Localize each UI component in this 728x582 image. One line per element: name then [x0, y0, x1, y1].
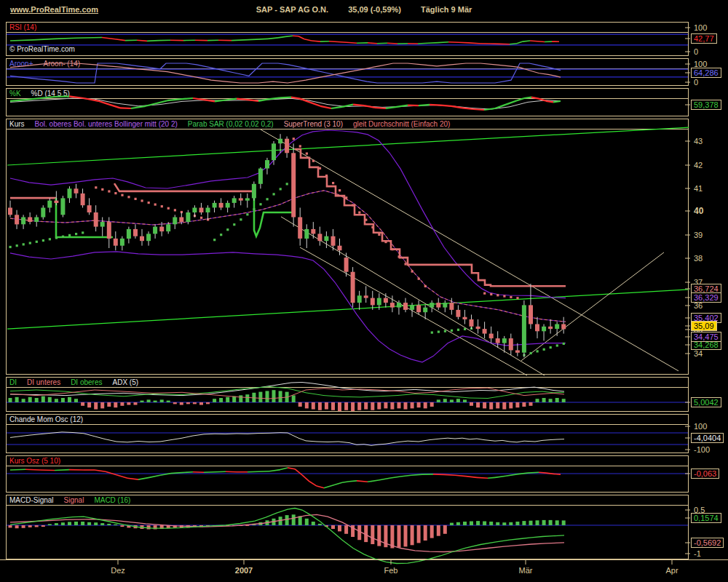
axis-tick-label: -100: [694, 445, 710, 454]
label-separator: [7, 32, 688, 33]
indicator-value-box: 42,77: [691, 33, 717, 44]
panel-kurs-osz[interactable]: Kurs Osz (5 10): [6, 455, 689, 493]
indicator-label: DI unteres: [27, 378, 60, 386]
panel-di-indicator-labels: DIDI unteresDI oberesADX (5): [9, 378, 149, 386]
label-separator: [7, 466, 688, 466]
month-label-Mär: Mär: [519, 566, 533, 575]
panel-rsi[interactable]: RSI (14): [6, 22, 689, 56]
axis-tick-label: 34: [694, 349, 703, 358]
panel-chande-mom-osc[interactable]: Chande Mom Osc (12): [6, 414, 689, 453]
chart-title: SAP - SAP AG O.N. 35,09 (-0,59%) Täglich…: [0, 5, 728, 14]
indicator-label: gleit Durchschnitt (Einfach 20): [353, 120, 450, 128]
indicator-value-box: 0,1574: [691, 513, 721, 523]
indicator-label: Parab SAR (0,02 0,02 0,2): [188, 120, 274, 128]
panel-macd-indicator-labels: MACD-SignalSignalMACD (16): [9, 496, 141, 504]
indicator-label: %K: [9, 89, 21, 97]
indicator-label: RSI (14): [9, 23, 36, 31]
timeframe-date: Täglich 9 Mär: [421, 5, 472, 14]
axis-tick-label: 40: [694, 206, 703, 216]
copyright-watermark: © ProRealTime.com: [9, 45, 75, 53]
panel-stochastic[interactable]: %K%D (14 5 5): [6, 88, 689, 116]
panel-osz-indicator-labels: Kurs Osz (5 10): [9, 457, 71, 465]
indicator-label: Signal: [64, 496, 84, 504]
panel-price-chart[interactable]: KursBol. oberes Bol. unteres Bollinger m…: [6, 119, 689, 375]
indicator-label: DI oberes: [71, 378, 102, 386]
prorealtime-window: www.ProRealTime.com SAP - SAP AG O.N. 35…: [0, 0, 728, 582]
panel-adx-di[interactable]: DIDI unteresDI oberesADX (5): [6, 377, 689, 412]
axis-tick-label: 0: [694, 78, 698, 87]
right-axis-gutter: 10042,77010064,286059,378434241403938373…: [689, 0, 728, 582]
indicator-label: ADX (5): [113, 378, 139, 386]
label-separator: [7, 505, 688, 506]
indicator-value-box: 59,378: [691, 100, 721, 110]
indicator-label: Kurs: [9, 120, 25, 128]
panel-stoch-indicator-labels: %K%D (14 5 5): [9, 89, 80, 97]
month-label-2007: 2007: [235, 566, 253, 575]
indicator-label: Bol. oberes Bol. unteres Bollinger mitt …: [35, 120, 178, 128]
indicator-label: MACD (16): [94, 496, 130, 504]
quote-value: 35,09 (-0,59%): [348, 5, 401, 14]
symbol-name: SAP - SAP AG O.N.: [256, 5, 328, 14]
panel-aroon[interactable]: Aroon+Aroon- (14): [6, 58, 689, 86]
panel-macd[interactable]: MACD-SignalSignalMACD (16): [6, 495, 689, 559]
indicator-value-box: 64,286: [691, 68, 721, 78]
indicator-value-box: 5,0042: [691, 397, 721, 407]
axis-tick-label: 42: [694, 161, 703, 170]
axis-tick-label: 0: [694, 47, 698, 56]
last-price-box: 35,09: [691, 321, 717, 331]
indicator-label: Kurs Osz (5 10): [9, 457, 60, 465]
panel-kurs-indicator-labels: KursBol. oberes Bol. unteres Bollinger m…: [9, 120, 460, 128]
indicator-value-box: -0,5692: [691, 538, 724, 548]
indicator-value-box: -0,063: [691, 469, 719, 479]
indicator-label: Aroon+: [9, 60, 33, 68]
axis-tick-label: 41: [694, 184, 703, 193]
indicator-label: DI: [9, 378, 17, 386]
label-separator: [7, 129, 688, 129]
label-separator: [7, 98, 688, 99]
axis-tick-label: -1: [694, 549, 701, 558]
indicator-label: Aroon- (14): [44, 60, 81, 68]
panel-chande-indicator-labels: Chande Mom Osc (12): [9, 415, 93, 423]
indicator-label: MACD-Signal: [9, 496, 54, 504]
indicator-label: Chande Mom Osc (12): [9, 415, 83, 423]
indicator-value-box: 36,329: [691, 292, 721, 303]
panel-rsi-indicator-labels: RSI (14): [9, 23, 47, 31]
panel-aroon-indicator-labels: Aroon+Aroon- (14): [9, 60, 90, 68]
indicator-value-box: 34,475: [691, 332, 721, 342]
month-label-Apr: Apr: [665, 566, 678, 575]
axis-tick-label: 39: [694, 231, 703, 239]
indicator-label: SuperTrend (3 10): [284, 120, 343, 128]
label-separator: [7, 424, 688, 425]
indicator-label: %D (14 5 5): [31, 89, 70, 97]
title-bar: www.ProRealTime.com SAP - SAP AG O.N. 35…: [0, 0, 728, 20]
axis-tick-label: 43: [694, 137, 703, 146]
axis-tick-label: 100: [694, 422, 707, 431]
month-label-Feb: Feb: [384, 566, 398, 575]
label-separator: [7, 68, 688, 69]
axis-tick-label: 100: [694, 23, 707, 32]
indicator-value-box: -4,0404: [691, 433, 724, 443]
label-separator: [7, 387, 688, 388]
axis-tick-label: 38: [694, 254, 703, 263]
month-label-Dez: Dez: [111, 566, 125, 575]
